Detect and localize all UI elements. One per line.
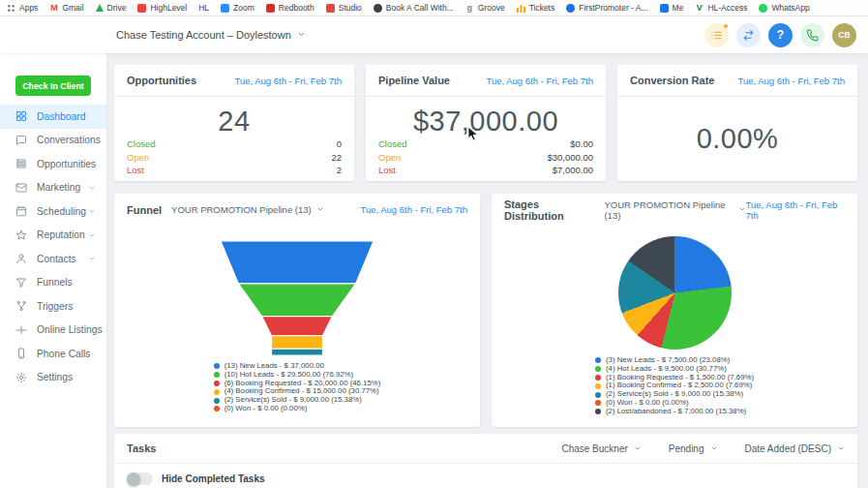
help-button[interactable]: ? xyxy=(768,23,793,47)
favicon: V xyxy=(695,4,703,13)
stat-label: Open xyxy=(127,151,149,165)
bookmark-whatsapp[interactable]: WhatsApp xyxy=(759,3,809,13)
calendar-icon xyxy=(15,205,27,217)
bookmark-highlevel[interactable]: HighLevel xyxy=(137,3,187,13)
legend-dot xyxy=(595,409,601,414)
sidebar-item-label: Scheduling xyxy=(37,206,86,217)
stat-row-open: Open22 xyxy=(127,151,342,165)
stat-row-lost: Lost$7,000.00 xyxy=(378,164,593,177)
bookmark-gmail[interactable]: MGmail xyxy=(49,3,83,13)
stats-row: OpportunitiesTue, Aug 6th - Fri, Feb 7th… xyxy=(114,65,857,181)
header-actions: ?CB xyxy=(704,23,856,47)
funnel-legend: (13) New Leads - $ 37,000.00(10) Hot Lea… xyxy=(214,362,381,413)
bookmark-zoom[interactable]: Zoom xyxy=(221,3,254,13)
call-button[interactable] xyxy=(800,23,824,47)
stages-date-range[interactable]: Tue, Aug 6th - Fri, Feb 7th xyxy=(746,199,845,221)
chevron-down-icon xyxy=(297,29,306,41)
sidebar-item-label: Dashboard xyxy=(37,111,85,122)
bookmark-label: Me xyxy=(673,3,684,13)
big-value: 0.00% xyxy=(617,123,857,155)
bookmark-label: FirstPromoter - A... xyxy=(579,3,647,13)
funnel-date-range[interactable]: Tue, Aug 6th - Fri, Feb 7th xyxy=(360,204,467,215)
bookmark-firstpromoter-a[interactable]: FirstPromoter - A... xyxy=(566,3,647,13)
stat-value: $30,000.00 xyxy=(547,151,593,165)
stages-card-title: Stages Distribution xyxy=(504,198,594,222)
sidebar-item-label: Settings xyxy=(37,372,73,382)
bookmark-label: Groove xyxy=(478,3,505,13)
sidebar-item-dashboard[interactable]: Dashboard xyxy=(0,105,106,129)
bookmark-groove[interactable]: gGroove xyxy=(465,3,505,13)
sidebar-item-label: Phone Calls xyxy=(37,349,91,359)
bookmark-label: HL xyxy=(198,3,209,13)
stages-pipeline-selector[interactable]: YOUR PROMOTION Pipeline (13) xyxy=(604,199,745,221)
sidebar-item-settings[interactable]: Settings xyxy=(0,366,106,390)
funnel-card-title: Funnel xyxy=(127,204,162,216)
hide-completed-tasks-label: Hide Completed Tasks xyxy=(162,473,265,484)
stat-value: 0 xyxy=(337,137,342,151)
funnel-pipeline-selector[interactable]: YOUR PROMOTION Pipeline (13) xyxy=(171,204,324,215)
stat-label: Open xyxy=(378,151,401,165)
chevron-down-icon xyxy=(837,443,845,454)
user-avatar[interactable]: CB xyxy=(832,23,856,47)
sidebar-item-funnels[interactable]: Funnels xyxy=(0,271,106,295)
sidebar-item-opportunities[interactable]: Opportunities xyxy=(0,152,106,176)
bookmark-book-a-call-with[interactable]: Book A Call With... xyxy=(374,3,454,13)
stages-pie-chart xyxy=(618,236,732,350)
bookmark-label: HL-Access xyxy=(707,3,747,13)
bookmark-drive[interactable]: Drive xyxy=(96,3,127,13)
legend-item-lost-abandoned: (2) Lost/abandoned - $ 7,000.00 (15.38%) xyxy=(595,408,754,416)
chevron-down-icon xyxy=(88,255,96,262)
bookmark-me[interactable]: Me xyxy=(660,3,684,13)
bookmark-hl[interactable]: HL xyxy=(198,3,209,13)
sidebar-item-triggers[interactable]: Triggers xyxy=(0,294,106,319)
favicon xyxy=(221,4,229,13)
bookmark-label: Redbooth xyxy=(279,3,314,13)
gear-icon xyxy=(15,372,27,383)
status-filter-dropdown[interactable]: Pending xyxy=(669,443,718,454)
bookmark-apps[interactable]: Apps xyxy=(7,3,38,13)
check-in-client-button[interactable]: Check In Client xyxy=(15,76,91,96)
bookmark-tickets[interactable]: Tickets xyxy=(517,3,555,13)
sidebar-item-label: Conversations xyxy=(37,135,101,145)
stat-label: Closed xyxy=(127,137,156,151)
sort-filter-dropdown[interactable]: Date Added (DESC) xyxy=(745,443,846,454)
sidebar-item-reputation[interactable]: Reputation xyxy=(0,224,106,248)
card-title: Pipeline Value xyxy=(378,75,450,86)
pending-tasks-button[interactable] xyxy=(704,23,729,47)
bookmark-hl-access[interactable]: VHL-Access xyxy=(695,3,747,13)
bookmark-label: HighLevel xyxy=(150,3,187,13)
sidebar-item-label: Contacts xyxy=(37,254,76,264)
sidebar-item-online-listings[interactable]: Online Listings xyxy=(0,319,106,343)
tasks-card: Tasks Chase Buckner Pending Date Added (… xyxy=(114,434,857,488)
account-selector-label: Chase Testing Account – Doylestown xyxy=(116,29,291,41)
sidebar-item-label: Marketing xyxy=(37,182,80,193)
legend-dot xyxy=(595,375,601,381)
sidebar-item-contacts[interactable]: Contacts xyxy=(0,247,106,271)
legend-dot xyxy=(595,366,601,372)
swap-icon xyxy=(742,29,755,42)
sidebar-item-scheduling[interactable]: Scheduling xyxy=(0,199,106,224)
date-range[interactable]: Tue, Aug 6th - Fri, Feb 7th xyxy=(737,76,845,86)
assignee-filter-dropdown[interactable]: Chase Buckner xyxy=(561,443,641,454)
user-icon xyxy=(15,253,27,264)
account-selector[interactable]: Chase Testing Account – Doylestown xyxy=(116,29,306,41)
legend-dot xyxy=(595,357,601,363)
conversion-rate-card: Conversion RateTue, Aug 6th - Fri, Feb 7… xyxy=(617,65,857,181)
sidebar-item-phone-calls[interactable]: Phone Calls xyxy=(0,342,106,366)
legend-dot xyxy=(595,400,601,406)
mail-icon xyxy=(15,182,27,194)
sidebar-item-marketing[interactable]: Marketing xyxy=(0,176,106,200)
favicon xyxy=(266,4,275,13)
sidebar-item-label: Triggers xyxy=(37,301,73,312)
bookmark-redbooth[interactable]: Redbooth xyxy=(266,3,314,13)
favicon: g xyxy=(465,4,474,13)
sidebar-item-conversations[interactable]: Conversations xyxy=(0,129,106,153)
bookmark-studio[interactable]: Studio xyxy=(326,3,362,13)
favicon xyxy=(517,4,525,13)
hide-completed-tasks-toggle[interactable] xyxy=(127,473,153,485)
date-range[interactable]: Tue, Aug 6th - Fri, Feb 7th xyxy=(234,76,342,86)
switch-account-button[interactable] xyxy=(736,23,761,47)
sidebar-item-label: Opportunities xyxy=(37,159,96,169)
date-range[interactable]: Tue, Aug 6th - Fri, Feb 7th xyxy=(486,76,593,86)
bookmark-label: Apps xyxy=(19,3,38,13)
